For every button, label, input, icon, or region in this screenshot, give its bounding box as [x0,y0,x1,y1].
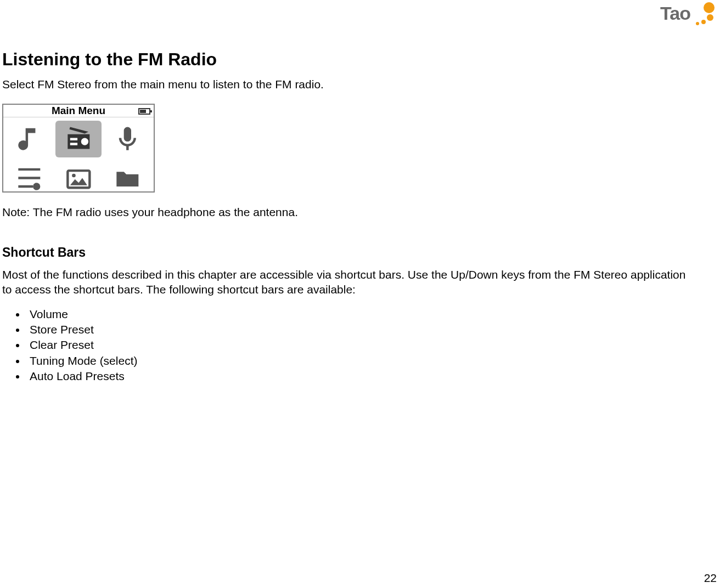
subheading-description: Most of the functions described in this … [2,268,698,297]
music-icon [7,121,52,157]
mic-icon [105,121,150,157]
page-number: 22 [704,572,717,585]
device-icon-grid [3,117,154,200]
brand-logo-text: Tao [660,3,690,24]
list-item: Store Preset [26,322,698,337]
photos-icon [55,161,101,197]
svg-point-0 [81,138,88,145]
intro-text: Select FM Stereo from the main menu to l… [2,77,698,92]
subheading: Shortcut Bars [2,245,698,260]
svg-point-5 [72,173,76,177]
svg-rect-2 [70,143,77,145]
radio-icon [55,121,101,157]
list-item: Tuning Mode (select) [26,353,698,369]
settings-icon [7,161,52,197]
device-screenshot-header: Main Menu [3,105,154,117]
note-text: Note: The FM radio uses your headphone a… [2,206,698,219]
list-item: Auto Load Presets [26,369,698,384]
device-screenshot-title: Main Menu [52,105,105,117]
brand-logo: Tao [660,2,715,24]
list-item: Volume [26,307,698,322]
battery-icon [138,108,150,115]
shortcut-bars-list: Volume Store Preset Clear Preset Tuning … [2,307,698,385]
svg-rect-1 [70,138,77,140]
brand-logo-dots-icon [693,2,715,24]
device-screenshot: Main Menu [2,104,155,193]
list-item: Clear Preset [26,337,698,353]
folder-icon [105,161,150,197]
page-title: Listening to the FM Radio [2,0,698,70]
